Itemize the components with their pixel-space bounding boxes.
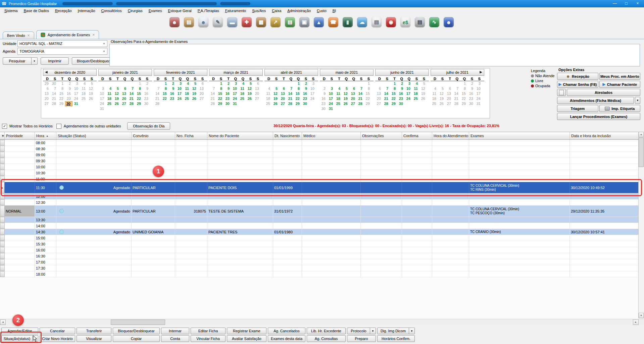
menu-item-administra-o[interactable]: Administração	[284, 8, 314, 13]
menu-item-interna-o[interactable]: Internação	[75, 8, 98, 13]
calendar-day[interactable]: 24	[231, 96, 239, 101]
contacts-icon[interactable]: ☻	[169, 17, 180, 27]
calendar-day[interactable]: 4	[106, 86, 113, 91]
calendar-day[interactable]: 12	[246, 86, 253, 91]
money-up-icon[interactable]: ↗	[270, 17, 281, 27]
dig-img-dicom-button[interactable]: Dig. Img Dicom	[377, 328, 409, 334]
calendar-day[interactable]: 22	[390, 96, 397, 101]
calendar-day[interactable]: 17	[405, 91, 412, 96]
calendar-day[interactable]: 12	[191, 86, 198, 91]
patient-blue-icon[interactable]: ☻	[444, 17, 454, 27]
calendar-day[interactable]: 13	[279, 91, 287, 96]
calendar-day[interactable]: 3	[327, 86, 335, 91]
calendar-day[interactable]: 16	[301, 91, 309, 96]
calendar-day[interactable]: 15	[216, 91, 224, 96]
calendar-day[interactable]: 19	[342, 96, 349, 101]
calendar-day[interactable]: 21	[128, 96, 135, 101]
schedule-row-1630[interactable]: 16:30	[0, 253, 639, 259]
schedule-row-0930[interactable]: 09:30	[0, 158, 639, 164]
calendar-day[interactable]: 9	[320, 91, 327, 96]
power-icon[interactable]: ◉	[386, 17, 396, 27]
phonebook-icon[interactable]: ☎	[328, 17, 338, 27]
calendar-day[interactable]: 18	[431, 96, 438, 101]
pesquisar-dropdown-icon[interactable]: ▼	[32, 57, 38, 65]
calendar-day[interactable]: 20	[445, 96, 453, 101]
calendar-day[interactable]: 28	[383, 101, 390, 106]
schedule-row-1700[interactable]: 17:00	[0, 259, 639, 265]
calendar-day[interactable]: 17	[327, 96, 335, 101]
column-header-observa-es[interactable]: Observações	[361, 132, 402, 139]
calendar-day[interactable]: 25	[80, 96, 87, 101]
calendar-day[interactable]: 28	[128, 101, 135, 106]
document-pen-icon[interactable]: ✎	[213, 17, 223, 27]
calendar-day[interactable]: 30	[50, 81, 58, 86]
calendar-day[interactable]: 2	[301, 81, 309, 86]
ambulance-icon[interactable]: ✚	[242, 17, 252, 27]
calendar-day[interactable]: 21	[453, 96, 460, 101]
menu-item-exames[interactable]: Exames	[146, 8, 165, 13]
calendar-day[interactable]: 11	[239, 86, 246, 91]
calendar-day[interactable]: 25	[183, 96, 191, 101]
menu-item-cirurgias[interactable]: Cirurgias	[125, 8, 146, 13]
scroll-down-icon[interactable]: ▼	[639, 313, 644, 318]
calendar-day[interactable]: 13	[43, 91, 50, 96]
calendar-day[interactable]: 28	[287, 101, 294, 106]
schedule-row-1130[interactable]: ▸11:30AgendadoPARTICULARPACIENTE DOIS01/…	[0, 182, 639, 193]
imprimir-button[interactable]: Imprimir	[41, 57, 69, 65]
calendar-day[interactable]: 1	[161, 81, 168, 86]
invoice-icon[interactable]: e$	[400, 17, 410, 27]
calendar-day[interactable]: 16	[65, 91, 72, 96]
ag-consultas-button[interactable]: Ag. Consultas	[307, 335, 346, 342]
calendar-next-icon[interactable]: ▶	[480, 70, 482, 74]
calendar-day[interactable]: 27	[445, 101, 453, 106]
calendar-day[interactable]: 15	[390, 91, 397, 96]
calendar-day[interactable]: 13	[198, 86, 205, 91]
calendar-day[interactable]: 6	[279, 86, 287, 91]
calendar-day[interactable]: 7	[357, 86, 364, 91]
menu-item-p-a-terapias[interactable]: P.A./Terapias	[195, 8, 222, 13]
calendar-day[interactable]: 24	[309, 96, 316, 101]
calendar-day[interactable]: 1	[135, 81, 143, 86]
calendar-day[interactable]: 14	[453, 91, 460, 96]
calendar-day[interactable]: 15	[294, 91, 301, 96]
calendar-day[interactable]: 14	[383, 91, 390, 96]
calendar-day[interactable]: 10	[327, 91, 335, 96]
chat-icon[interactable]: ☁	[357, 17, 367, 27]
vertical-scroll-thumb[interactable]	[639, 137, 644, 167]
avaliar-satisfa-o-button[interactable]: Avaliar Satisfação	[227, 335, 266, 342]
calendar-day[interactable]: 12	[113, 91, 120, 96]
chevron-down-icon[interactable]: ▼	[101, 42, 107, 45]
calendar-day[interactable]: 23	[320, 101, 327, 106]
calendar-day[interactable]: 2	[143, 81, 150, 86]
calendar-day[interactable]: 22	[364, 96, 371, 101]
column-header-hora[interactable]: Hora▲	[35, 132, 56, 139]
schedule-row-1100[interactable]: 11:00	[0, 176, 639, 182]
calendar-day[interactable]: 17	[231, 91, 239, 96]
calendar-day[interactable]: 2	[320, 86, 327, 91]
close-icon[interactable]: ×	[28, 33, 30, 38]
calendar-day[interactable]: 20	[349, 96, 357, 101]
calendar-day[interactable]: 14	[357, 91, 364, 96]
calendar-day[interactable]: 22	[460, 96, 467, 101]
schedule-row-1030[interactable]: 10:30	[0, 170, 639, 176]
calendar-day[interactable]: 28	[209, 101, 216, 106]
schedule-row-1530[interactable]: 15:30	[0, 241, 639, 247]
calendar-day[interactable]: 6	[253, 81, 261, 86]
calendar-day[interactable]: 15	[460, 91, 467, 96]
schedule-row-0900[interactable]: 09:00	[0, 152, 639, 158]
calendar-day[interactable]: 29	[58, 101, 65, 106]
calendar-day[interactable]: 23	[224, 96, 231, 101]
calendar-day[interactable]: 4	[183, 81, 191, 86]
calendar-day[interactable]: 7	[50, 86, 58, 91]
report-icon[interactable]: ▤	[371, 17, 382, 27]
calendar-day[interactable]: 20	[43, 96, 50, 101]
calendar-day[interactable]: 12	[87, 86, 95, 91]
calendar-day[interactable]: 2	[224, 81, 231, 86]
chart-board-icon[interactable]: ▲	[314, 17, 324, 27]
calendar-day[interactable]: 24	[327, 101, 335, 106]
calendar-day[interactable]: 23	[143, 96, 150, 101]
calendar-day[interactable]: 24	[405, 96, 412, 101]
calendar-day[interactable]: 29	[390, 101, 397, 106]
schedule-row-0830[interactable]: 08:30	[0, 146, 639, 152]
menu-item-sus-ans[interactable]: Sus/Ans	[249, 8, 269, 13]
